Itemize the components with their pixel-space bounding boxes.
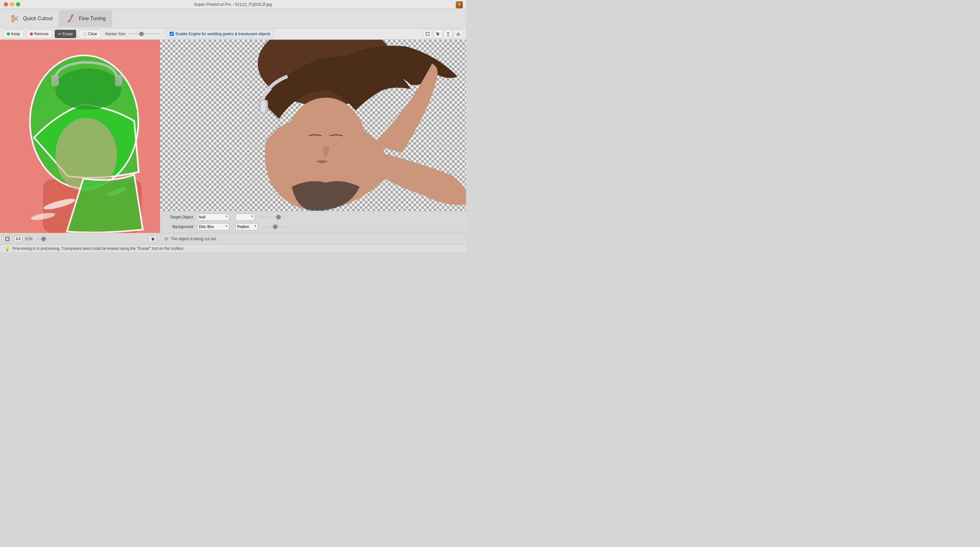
color-icon-btn[interactable]	[433, 29, 442, 38]
engine-checkbox[interactable]	[170, 32, 174, 36]
svg-rect-32	[261, 101, 266, 112]
target-slider[interactable]	[259, 217, 285, 218]
target-select-wrapper: Null	[197, 214, 229, 221]
clear-label: Clear	[88, 32, 97, 36]
quick-cutout-icon	[10, 13, 20, 24]
radius-slider[interactable]	[262, 226, 288, 227]
titlebar: Super PhotoCut Pro - 52112_f7yD31Jf.jpg …	[0, 0, 466, 9]
keep-dot	[7, 32, 10, 35]
tab-fine-tuning[interactable]: Fine Tuning	[59, 10, 112, 27]
export-icon-btn[interactable]	[454, 29, 463, 38]
crop-icon	[425, 32, 430, 36]
svg-point-30	[285, 98, 366, 191]
help-button[interactable]: ?	[456, 1, 463, 8]
svg-point-1	[13, 20, 13, 21]
keep-button[interactable]: Keep	[3, 30, 24, 38]
erase-label: Erase	[63, 32, 73, 36]
tab-bar: Quick Cutout Fine Tuning	[0, 9, 466, 28]
source-image-canvas	[0, 40, 160, 233]
svg-point-13	[447, 32, 449, 33]
remove-dot	[30, 32, 33, 35]
marker-size-slider-container	[128, 33, 160, 34]
quick-cutout-label: Quick Cutout	[23, 16, 52, 21]
person-icon-btn[interactable]	[444, 29, 453, 38]
target-extra-select-wrapper	[235, 214, 255, 221]
crop-icon-btn[interactable]	[423, 29, 432, 38]
window-title: Super PhotoCut Pro - 52112_f7yD31Jf.jpg	[194, 2, 272, 7]
erase-button[interactable]: ✏ Erase	[55, 30, 76, 38]
right-panel: Target Object: Null Background:	[160, 40, 466, 233]
marker-size-label: Marker Size	[105, 32, 126, 36]
remove-label: Remove	[34, 32, 49, 36]
svg-point-3	[13, 16, 13, 17]
zoom-slider[interactable]	[35, 238, 67, 239]
right-tools	[423, 29, 463, 38]
marker-size-slider[interactable]	[128, 33, 160, 34]
toolbar: Keep Remove ✏ Erase ⬜ Clear Marker Size …	[0, 28, 466, 40]
bottom-panels: 1:1 51% ⟳ The object is being cut out.	[0, 233, 466, 244]
radius-select[interactable]: Radius	[235, 223, 258, 230]
statusbar: 💡 Fine-tuning is in processing. Transpar…	[0, 244, 466, 252]
preview-area[interactable]	[160, 40, 466, 211]
one-to-one-button[interactable]: 1:1	[14, 235, 22, 242]
svg-rect-9	[426, 32, 429, 35]
zoom-percent-label: 51%	[25, 237, 33, 241]
fit-view-button[interactable]	[3, 235, 11, 242]
target-object-select[interactable]: Null	[197, 214, 229, 221]
one-to-one-label: 1:1	[16, 237, 21, 241]
target-object-label: Target Object:	[165, 215, 194, 219]
fine-tuning-icon	[65, 13, 76, 24]
svg-rect-35	[6, 238, 9, 240]
processing-text: The object is being cut out.	[171, 237, 217, 241]
person-icon	[446, 32, 450, 36]
svg-rect-6	[70, 14, 73, 18]
hand-tool-button[interactable]	[148, 235, 157, 242]
svg-rect-7	[69, 17, 72, 21]
processing-spin-icon: ⟳	[164, 236, 169, 241]
fit-view-icon	[5, 237, 10, 241]
svg-point-25	[56, 69, 121, 110]
cutout-result	[160, 40, 466, 211]
bottom-left-bar: 1:1 51%	[0, 233, 160, 244]
export-icon	[456, 32, 461, 36]
clear-button[interactable]: ⬜ Clear	[79, 30, 101, 38]
minimize-button[interactable]	[10, 2, 14, 6]
left-panel[interactable]	[0, 40, 160, 233]
svg-point-12	[437, 33, 439, 35]
hand-icon	[150, 237, 155, 241]
remove-button[interactable]: Remove	[26, 30, 52, 38]
background-select-wrapper: Disc Blur	[197, 223, 229, 230]
close-button[interactable]	[4, 2, 8, 6]
bottom-right-bar: ⟳ The object is being cut out.	[160, 233, 466, 244]
radius-select-wrapper: Radius	[235, 223, 258, 230]
tab-quick-cutout[interactable]: Quick Cutout	[3, 10, 59, 27]
engine-checkbox-wrapper: Enable Engine for wedding gowns & transl…	[166, 30, 274, 38]
traffic-lights	[4, 2, 20, 6]
maximize-button[interactable]	[16, 2, 20, 6]
background-row: Background: Disc Blur Radius	[165, 223, 461, 231]
status-text: Fine-tuning is in processing. Transparen…	[13, 246, 185, 251]
fine-tuning-label: Fine Tuning	[79, 16, 106, 21]
background-label: Background:	[165, 225, 194, 229]
clear-icon: ⬜	[82, 32, 87, 36]
target-extra-select[interactable]	[235, 214, 255, 221]
main-area: Target Object: Null Background:	[0, 40, 466, 233]
background-select[interactable]: Disc Blur	[197, 223, 229, 230]
status-icon: 💡	[5, 246, 10, 251]
controls-area: Target Object: Null Background:	[160, 211, 466, 233]
engine-label: Enable Engine for wedding gowns & transl…	[176, 32, 270, 36]
eraser-icon: ✏	[58, 32, 62, 36]
keep-label: Keep	[11, 32, 20, 36]
target-object-row: Target Object: Null	[165, 213, 461, 221]
color-icon	[436, 32, 440, 36]
